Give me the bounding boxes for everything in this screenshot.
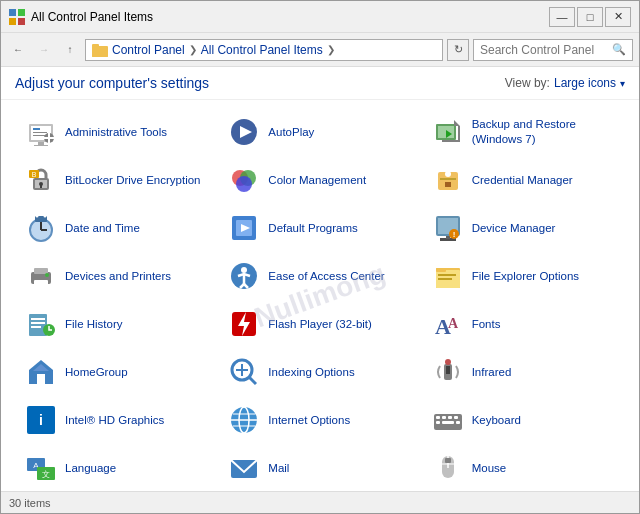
control-item-label-indexing: Indexing Options [268, 365, 354, 380]
svg-text:i: i [39, 412, 43, 428]
bitlocker-icon: B [25, 164, 57, 196]
control-item-mail[interactable]: Mail [218, 444, 421, 491]
control-item-label-infrared: Infrared [472, 365, 512, 380]
control-item-color-mgmt[interactable]: Color Management [218, 156, 421, 204]
maximize-button[interactable]: □ [577, 7, 603, 27]
svg-text:B: B [32, 171, 37, 178]
refresh-button[interactable]: ↻ [447, 39, 469, 61]
folder-icon [92, 42, 108, 58]
svg-rect-9 [33, 128, 40, 130]
control-item-label-backup: Backup and Restore (Windows 7) [472, 117, 615, 147]
control-item-label-color-mgmt: Color Management [268, 173, 366, 188]
control-item-language[interactable]: A文Language [15, 444, 218, 491]
control-item-ease-access[interactable]: Ease of Access Center [218, 252, 421, 300]
control-item-mouse[interactable]: Mouse [422, 444, 625, 491]
control-item-internet-options[interactable]: Internet Options [218, 396, 421, 444]
svg-rect-62 [438, 274, 456, 276]
control-item-label-internet-options: Internet Options [268, 413, 350, 428]
control-item-homegroup[interactable]: HomeGroup [15, 348, 218, 396]
control-item-label-admin-tools: Administrative Tools [65, 125, 167, 140]
control-item-label-file-history: File History [65, 317, 123, 332]
close-button[interactable]: ✕ [605, 7, 631, 27]
mail-icon [228, 452, 260, 484]
default-programs-icon [228, 212, 260, 244]
control-item-keyboard[interactable]: Keyboard [422, 396, 625, 444]
content-area: Adjust your computer's settings View by:… [1, 67, 639, 491]
svg-rect-74 [37, 374, 45, 384]
svg-rect-93 [448, 416, 452, 419]
svg-rect-51 [34, 268, 48, 274]
svg-rect-97 [456, 421, 460, 424]
svg-rect-91 [436, 416, 440, 419]
control-item-label-language: Language [65, 461, 116, 476]
svg-rect-33 [445, 182, 451, 187]
svg-rect-2 [9, 18, 16, 25]
svg-point-55 [241, 267, 247, 273]
path-part-1[interactable]: Control Panel [112, 43, 185, 57]
window-title: All Control Panel Items [31, 10, 153, 24]
svg-rect-65 [31, 318, 45, 320]
status-bar: 30 items [1, 491, 639, 513]
svg-rect-3 [18, 18, 25, 25]
view-by-value[interactable]: Large icons [554, 76, 616, 90]
control-item-file-history[interactable]: File History [15, 300, 218, 348]
search-icon[interactable]: 🔍 [612, 43, 626, 56]
control-item-label-credential: Credential Manager [472, 173, 573, 188]
control-item-label-default-programs: Default Programs [268, 221, 357, 236]
main-window: All Control Panel Items — □ ✕ ← → ↑ Cont… [0, 0, 640, 514]
forward-button[interactable]: → [33, 39, 55, 61]
fonts-icon: AA [432, 308, 464, 340]
control-item-bitlocker[interactable]: BBitLocker Drive Encryption [15, 156, 218, 204]
svg-rect-10 [33, 132, 47, 133]
control-item-label-fonts: Fonts [472, 317, 501, 332]
control-item-backup[interactable]: Backup and Restore (Windows 7) [422, 108, 625, 156]
items-container: Nullimong Administrative ToolsAutoPlayBa… [1, 100, 639, 491]
control-item-label-flash: Flash Player (32-bit) [268, 317, 372, 332]
svg-rect-47 [446, 236, 450, 239]
svg-rect-63 [438, 278, 452, 280]
back-button[interactable]: ← [7, 39, 29, 61]
control-item-device-manager[interactable]: !Device Manager [422, 204, 625, 252]
device-manager-icon: ! [432, 212, 464, 244]
language-icon: A文 [25, 452, 57, 484]
svg-rect-92 [442, 416, 446, 419]
control-item-intel-graphics[interactable]: iIntel® HD Graphics [15, 396, 218, 444]
control-item-credential[interactable]: Credential Manager [422, 156, 625, 204]
control-item-admin-tools[interactable]: Administrative Tools [15, 108, 218, 156]
svg-rect-0 [9, 9, 16, 16]
control-item-indexing[interactable]: Indexing Options [218, 348, 421, 396]
control-item-label-datetime: Date and Time [65, 221, 140, 236]
up-button[interactable]: ↑ [59, 39, 81, 61]
control-item-label-keyboard: Keyboard [472, 413, 521, 428]
svg-point-82 [445, 359, 451, 365]
window-controls: — □ ✕ [549, 7, 631, 27]
control-item-fonts[interactable]: AAFonts [422, 300, 625, 348]
address-path[interactable]: Control Panel ❯ All Control Panel Items … [85, 39, 443, 61]
search-input[interactable] [480, 43, 608, 57]
control-item-label-mail: Mail [268, 461, 289, 476]
control-item-default-programs[interactable]: Default Programs [218, 204, 421, 252]
status-count: 30 items [9, 497, 51, 509]
control-item-file-explorer[interactable]: File Explorer Options [422, 252, 625, 300]
control-item-label-autoplay: AutoPlay [268, 125, 314, 140]
svg-text:A: A [448, 316, 459, 331]
svg-rect-5 [92, 48, 108, 57]
control-item-infrared[interactable]: Infrared [422, 348, 625, 396]
control-item-flash[interactable]: Flash Player (32-bit) [218, 300, 421, 348]
view-by-label: View by: [505, 76, 550, 90]
control-item-label-intel-graphics: Intel® HD Graphics [65, 413, 164, 428]
svg-rect-61 [436, 268, 446, 272]
infrared-icon [432, 356, 464, 388]
datetime-icon [25, 212, 57, 244]
path-part-2[interactable]: All Control Panel Items [201, 43, 323, 57]
control-item-autoplay[interactable]: AutoPlay [218, 108, 421, 156]
control-item-datetime[interactable]: Date and Time [15, 204, 218, 252]
mouse-icon [432, 452, 464, 484]
control-item-devices-printers[interactable]: Devices and Printers [15, 252, 218, 300]
search-box[interactable]: 🔍 [473, 39, 633, 61]
minimize-button[interactable]: — [549, 7, 575, 27]
control-item-label-ease-access: Ease of Access Center [268, 269, 384, 284]
svg-rect-13 [34, 145, 48, 146]
page-title: Adjust your computer's settings [15, 75, 209, 91]
view-chevron-icon[interactable]: ▾ [620, 78, 625, 89]
